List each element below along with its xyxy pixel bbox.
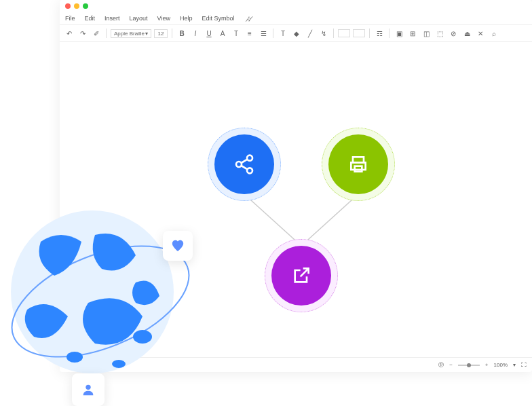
menu-edit[interactable]: Edit bbox=[85, 15, 96, 22]
lock-icon[interactable]: ⏏ bbox=[461, 28, 472, 39]
zoom-in-button[interactable]: + bbox=[485, 362, 489, 368]
pretzel-icon[interactable]: ⌭ bbox=[245, 14, 252, 22]
zoom-out-button[interactable]: − bbox=[449, 362, 453, 368]
redo-button[interactable]: ↷ bbox=[77, 28, 88, 39]
color-swatch-2[interactable] bbox=[353, 29, 365, 37]
fullscreen-icon[interactable]: ⛶ bbox=[521, 362, 527, 368]
toolbar: ↶ ↷ ✐ Apple Braille▾ 12 B I U A T ≡ ☰ T … bbox=[60, 24, 532, 42]
connector-line bbox=[244, 194, 301, 246]
menu-edit-symbol[interactable]: Edit Symbol bbox=[202, 15, 234, 22]
svg-point-13 bbox=[86, 385, 90, 390]
font-family-select[interactable]: Apple Braille▾ bbox=[111, 29, 151, 38]
menu-file[interactable]: File bbox=[65, 15, 75, 22]
insert-shape-button[interactable]: ◫ bbox=[421, 28, 432, 39]
insert-table-button[interactable]: ⊞ bbox=[407, 28, 418, 39]
diagram-node-export[interactable] bbox=[271, 246, 331, 306]
font-size-input[interactable]: 12 bbox=[154, 29, 168, 38]
format-painter-button[interactable]: ✐ bbox=[91, 28, 102, 39]
connector-tool-button[interactable]: ↯ bbox=[318, 28, 329, 39]
font-color-button[interactable]: A bbox=[217, 28, 228, 39]
line-tool-button[interactable]: ╱ bbox=[305, 28, 316, 39]
connector-line bbox=[301, 194, 358, 246]
svg-point-12 bbox=[112, 360, 126, 368]
window-zoom-icon[interactable] bbox=[83, 3, 88, 9]
insert-image-button[interactable]: ▣ bbox=[394, 28, 404, 39]
color-swatch-1[interactable] bbox=[338, 29, 350, 37]
diagram-node-printer[interactable] bbox=[328, 134, 388, 194]
list-button[interactable]: ☶ bbox=[374, 28, 385, 39]
menubar: File Edit Insert Layout View Help Edit S… bbox=[60, 12, 532, 24]
settings-icon[interactable]: ✕ bbox=[475, 28, 486, 39]
window-close-icon[interactable] bbox=[65, 3, 71, 9]
cancel-icon[interactable]: ⊘ bbox=[448, 28, 459, 39]
zoom-slider[interactable] bbox=[458, 365, 480, 366]
diagram-node-share[interactable] bbox=[214, 134, 274, 194]
svg-line-3 bbox=[241, 160, 247, 163]
text-size-button[interactable]: T bbox=[231, 28, 242, 39]
svg-point-0 bbox=[247, 155, 252, 161]
window-minimize-icon[interactable] bbox=[74, 3, 79, 9]
insert-chart-button[interactable]: ⬚ bbox=[434, 28, 445, 39]
svg-point-2 bbox=[247, 168, 252, 173]
text-tool-button[interactable]: T bbox=[278, 28, 288, 39]
heart-card bbox=[163, 231, 193, 261]
italic-button[interactable]: I bbox=[190, 28, 201, 39]
chevron-down-icon[interactable]: ▾ bbox=[513, 362, 516, 368]
user-card bbox=[72, 373, 104, 406]
bold-button[interactable]: B bbox=[176, 28, 187, 39]
menu-help[interactable]: Help bbox=[180, 15, 193, 22]
svg-point-11 bbox=[66, 352, 83, 363]
heart-icon bbox=[171, 240, 185, 252]
align-left-button[interactable]: ≡ bbox=[244, 28, 255, 39]
printer-icon bbox=[347, 153, 369, 175]
titlebar bbox=[60, 0, 532, 12]
svg-line-4 bbox=[241, 166, 247, 169]
underline-button[interactable]: U bbox=[204, 28, 214, 39]
menu-insert[interactable]: Insert bbox=[104, 15, 120, 22]
external-link-icon bbox=[290, 265, 312, 287]
svg-point-10 bbox=[133, 330, 152, 344]
fill-color-button[interactable]: ◆ bbox=[291, 28, 302, 39]
svg-line-8 bbox=[301, 268, 309, 276]
undo-button[interactable]: ↶ bbox=[64, 28, 75, 39]
share-icon bbox=[233, 153, 255, 175]
align-center-button[interactable]: ☰ bbox=[258, 28, 269, 39]
user-icon bbox=[81, 382, 96, 397]
search-icon[interactable]: ⌕ bbox=[489, 28, 499, 39]
menu-layout[interactable]: Layout bbox=[130, 15, 148, 22]
menu-view[interactable]: View bbox=[157, 15, 170, 22]
svg-point-1 bbox=[236, 162, 242, 167]
zoom-level[interactable]: 100% bbox=[494, 362, 508, 368]
presentation-icon[interactable]: ⓟ bbox=[438, 361, 444, 369]
